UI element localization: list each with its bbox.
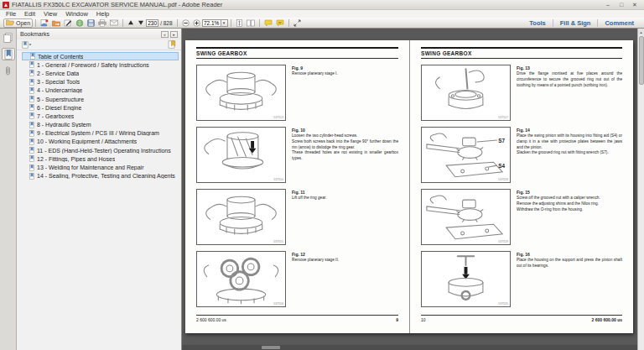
menu-window[interactable]: Window [61,10,92,18]
figure-code: 537517 [498,116,508,119]
figure-image: 537515 [196,189,286,245]
callout-bubble-icon [276,19,284,27]
new-bookmark-button[interactable] [166,40,178,50]
bookmark-item[interactable]: 6 - Diesel Engine [22,103,179,112]
previous-page-button[interactable] [126,18,136,28]
bookmark-item[interactable]: 10 - Working Equipment / Attachments [22,138,179,146]
bookmark-item[interactable]: 7 - Gearboxes [22,112,179,120]
scroll-mode-button[interactable] [234,18,245,28]
bookmark-item-label: 5 - Superstructure [37,97,84,102]
share-file-button[interactable] [50,18,62,28]
fullscreen-button[interactable] [292,18,303,28]
zoom-in-button[interactable] [191,18,202,28]
zoom-out-button[interactable] [180,18,191,28]
figure-caption-text: Drive the flange mortised at five places… [517,71,622,88]
cloud-document-icon [40,19,49,27]
bookmark-ribbon-icon [29,173,34,180]
figure-drawing [199,253,283,305]
bookmark-item[interactable]: Table of Contents [22,52,179,60]
figure-row: 537519 Fig. 15 Screw off the grooved nut… [421,189,622,245]
figure-drawing: S7S4 [423,129,508,180]
maximize-button[interactable]: □ [615,1,628,9]
bookmarks-icon [4,50,13,60]
footer-left-text: 2 600 600.00 us [196,317,226,322]
page-thumbnails-button[interactable] [2,31,15,44]
bookmark-item[interactable]: 1 - General / Foreword / Safety Instruct… [22,60,179,69]
close-button[interactable]: ✕ [628,1,641,9]
zoom-level-value[interactable]: 72.1% [202,19,221,27]
figure-caption: Fig. 16 Place the housing on the support… [517,251,622,307]
figure-caption: Fig. 13 Drive the flange mortised at fiv… [517,65,622,121]
figure-drawing [423,191,508,243]
bookmark-item[interactable]: 3 - Special Tools [22,78,179,86]
figure-image: 537519 [421,189,511,245]
fill-sign-button[interactable]: Fill & Sign [553,18,598,28]
adobe-reader-icon [3,2,9,8]
bookmark-item-label: 3 - Special Tools [37,79,80,85]
bookmarks-panel-header: Bookmarks « ▸ [17,29,181,39]
email-icon [110,19,118,26]
bookmark-ribbon-icon [29,87,34,94]
horizontal-scrollbar[interactable] [182,345,637,350]
bookmark-item[interactable]: 5 - Superstructure [22,95,179,103]
email-button[interactable] [108,18,120,28]
next-page-button[interactable] [136,18,146,28]
bookmark-ribbon-icon [29,155,34,162]
bookmark-options-button[interactable] [20,40,34,50]
highlight-comment-button[interactable] [274,18,286,28]
web-link-button[interactable] [74,18,86,28]
horizontal-scrollbar-thumb[interactable] [262,346,280,349]
print-button[interactable] [96,18,108,28]
bookmark-ribbon-icon [29,122,34,128]
bookmark-ribbon-icon [29,147,34,154]
vertical-scrollbar-thumb[interactable] [639,36,644,85]
figure-code: 537513 [273,116,283,119]
bookmark-item[interactable]: 9 - Electrical System / PCS III / Wiring… [22,129,179,138]
bookmark-item[interactable]: 12 - Fittings, Pipes and Hoses [22,154,179,163]
bookmarks-panel-button[interactable] [2,48,15,60]
panel-menu-button[interactable]: ▸ [170,31,178,38]
bookmark-item-label: 2 - Service Data [37,71,79,76]
attachments-button[interactable] [2,65,15,77]
menu-file[interactable]: File [2,10,20,18]
bookmark-ribbon-icon [29,130,34,137]
bookmark-item[interactable]: 14 - Sealing, Protective, Testing and Cl… [22,172,179,180]
save-to-cloud-button[interactable] [39,18,50,28]
vertical-scrollbar[interactable]: ▲ [637,29,644,350]
bookmark-ribbon-icon [29,96,34,102]
sticky-note-button[interactable] [262,18,274,28]
bookmark-ribbon-icon [29,138,34,145]
bookmark-item[interactable]: 2 - Service Data [22,69,179,77]
bookmark-item[interactable]: 11 - EDS (Hand-Held-Tester) Operating In… [22,146,179,154]
figure-caption: Fig. 9 Remove planetary stage I. [292,65,398,121]
bookmark-ribbon-icon [29,104,34,111]
page-down-icon [138,19,144,26]
open-button[interactable]: Open [3,18,33,28]
page-spread: SWING GEARBOX 537513 Fig. 9 Remove plane… [185,40,633,333]
two-page-view-button[interactable] [245,18,257,28]
header-rule [196,47,398,49]
print-icon [98,19,106,27]
comment-button[interactable]: Comment [598,18,641,28]
menu-view[interactable]: View [39,10,61,18]
bookmark-item-label: 4 - Undercarriage [37,87,82,93]
document-area: SWING GEARBOX 537513 Fig. 9 Remove plane… [182,29,637,350]
page-number-input[interactable] [146,19,158,27]
tools-button[interactable]: Tools [522,18,552,28]
header-rule-thin [421,58,622,59]
figure-image: 537513 [196,65,286,121]
bookmark-item[interactable]: 8 - Hydraulic System [22,121,179,129]
menu-edit[interactable]: Edit [20,10,39,18]
panel-collapse-button[interactable]: « [161,31,169,38]
minimize-button[interactable]: – [601,1,615,9]
bookmark-item[interactable]: 4 - Undercarriage [22,86,179,95]
sign-button[interactable] [62,18,74,28]
save-button[interactable] [86,18,96,28]
scroll-up-button[interactable]: ▲ [638,29,644,35]
zoom-dropdown-button[interactable]: ▾ [221,19,228,27]
bookmarks-panel-title: Bookmarks [20,31,49,37]
bookmark-item[interactable]: 13 - Welding for Maintenance and Repair [22,163,179,171]
main-toolbar: Open [0,18,644,29]
menu-help[interactable]: Help [92,10,113,18]
two-page-view-icon [247,19,255,27]
